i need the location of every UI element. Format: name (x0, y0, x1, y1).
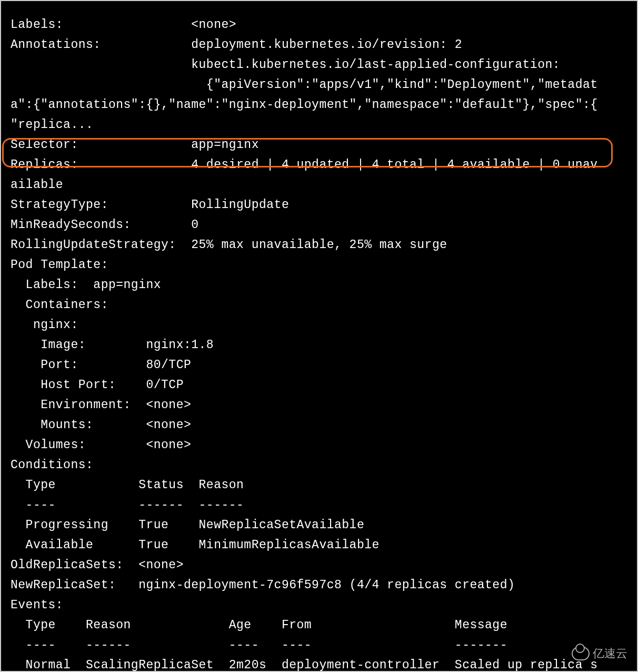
terminal-line: {"apiVersion":"apps/v1","kind":"Deployme… (11, 75, 637, 95)
terminal-window: Labels: <none>Annotations: deployment.ku… (0, 0, 638, 672)
cloud-icon (572, 647, 590, 660)
terminal-line: Annotations: deployment.kubernetes.io/re… (11, 35, 637, 55)
terminal-line: Conditions: (11, 455, 637, 475)
terminal-line: Image: nginx:1.8 (11, 335, 637, 355)
terminal-line: Volumes: <none> (11, 435, 637, 455)
terminal-line: NewReplicaSet: nginx-deployment-7c96f597… (11, 575, 637, 595)
terminal-line: "replica... (11, 115, 637, 135)
terminal-line: RollingUpdateStrategy: 25% max unavailab… (11, 235, 637, 255)
terminal-line: kubectl.kubernetes.io/last-applied-confi… (11, 55, 637, 75)
terminal-line: OldReplicaSets: <none> (11, 555, 637, 575)
terminal-line: Normal ScalingReplicaSet 2m20s deploymen… (11, 655, 637, 672)
terminal-line: Type Reason Age From Message (11, 615, 637, 635)
terminal-line: nginx: (11, 315, 637, 335)
terminal-line: StrategyType: RollingUpdate (11, 195, 637, 215)
terminal-line: a":{"annotations":{},"name":"nginx-deplo… (11, 95, 637, 115)
terminal-line: Events: (11, 595, 637, 615)
terminal-line: Host Port: 0/TCP (11, 375, 637, 395)
watermark: 亿速云 (572, 644, 627, 664)
terminal-line: Containers: (11, 295, 637, 315)
terminal-line: ---- ------ ------ (11, 495, 637, 515)
terminal-line: Mounts: <none> (11, 415, 637, 435)
terminal-line: Pod Template: (11, 255, 637, 275)
terminal-line: MinReadySeconds: 0 (11, 215, 637, 235)
terminal-line: Environment: <none> (11, 395, 637, 415)
terminal-line: ailable (11, 175, 637, 195)
terminal-line: Replicas: 4 desired | 4 updated | 4 tota… (11, 155, 637, 175)
terminal-line: ---- ------ ---- ---- ------- (11, 635, 637, 655)
watermark-text: 亿速云 (593, 644, 627, 664)
terminal-line: Port: 80/TCP (11, 355, 637, 375)
terminal-line: Labels: <none> (11, 15, 637, 35)
terminal-line: Type Status Reason (11, 475, 637, 495)
terminal-line: Labels: app=nginx (11, 275, 637, 295)
terminal-line: Available True MinimumReplicasAvailable (11, 535, 637, 555)
terminal-output[interactable]: Labels: <none>Annotations: deployment.ku… (11, 15, 637, 672)
terminal-line: Progressing True NewReplicaSetAvailable (11, 515, 637, 535)
terminal-line: Selector: app=nginx (11, 135, 637, 155)
